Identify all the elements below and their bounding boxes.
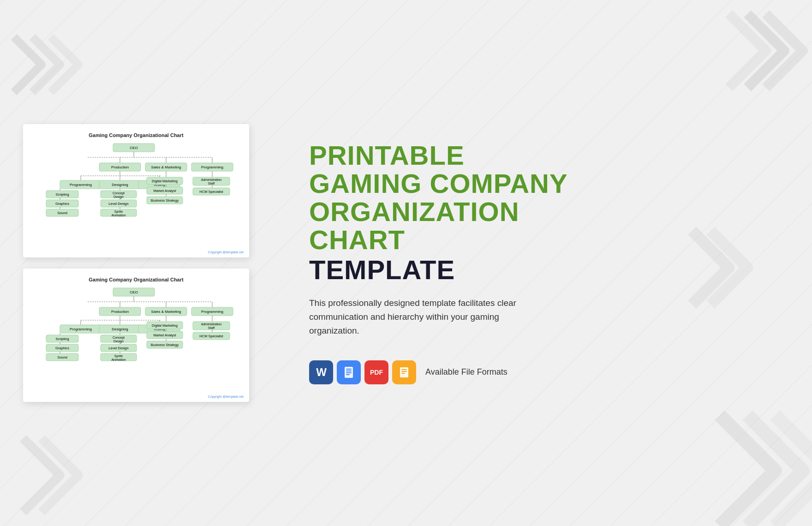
- svg-rect-172: [346, 374, 350, 375]
- svg-text:Market Analyst: Market Analyst: [153, 333, 176, 337]
- svg-text:Concept: Concept: [113, 191, 125, 195]
- doc2-copyright: Copyright @template.net: [208, 395, 244, 398]
- title-line3: ORGANIZATION: [309, 198, 775, 226]
- description: This professionally designed template fa…: [309, 296, 549, 338]
- org-chart-2: CEO Production Sales & Marketing Program…: [32, 287, 240, 395]
- title-line4: CHART: [309, 226, 775, 254]
- format-word-icon: W: [309, 360, 333, 384]
- svg-text:HCM Specialist: HCM Specialist: [199, 190, 223, 194]
- svg-text:Production: Production: [111, 165, 129, 169]
- svg-text:Sprite: Sprite: [114, 354, 123, 358]
- svg-text:Staff: Staff: [208, 182, 215, 185]
- title-line2: GAMING COMPANY: [309, 170, 775, 198]
- svg-text:Staff: Staff: [208, 326, 215, 329]
- svg-text:Market Analyst: Market Analyst: [153, 189, 176, 193]
- svg-rect-171: [346, 372, 352, 373]
- doc2-title: Gaming Company Organizational Chart: [32, 277, 240, 282]
- svg-rect-169: [346, 369, 352, 370]
- doc-card-1: Gaming Company Organizational Chart CEO …: [23, 124, 249, 257]
- svg-text:Business Strategy: Business Strategy: [151, 343, 179, 347]
- svg-text:Programming: Programming: [201, 165, 223, 169]
- org-chart-1: CEO Production Sales & Marketing Program…: [32, 143, 240, 251]
- svg-text:Scripting: Scripting: [55, 337, 69, 341]
- svg-rect-176: [401, 373, 405, 374]
- svg-text:Administration: Administration: [201, 323, 221, 326]
- right-panel: PRINTABLE GAMING COMPANY ORGANIZATION CH…: [272, 0, 812, 526]
- format-pdf-icon: PDF: [364, 360, 388, 384]
- left-panel: Gaming Company Organizational Chart CEO …: [0, 0, 272, 526]
- svg-text:Sales & Marketing: Sales & Marketing: [151, 310, 181, 314]
- svg-text:Graphics: Graphics: [55, 202, 69, 206]
- svg-text:Design: Design: [113, 195, 124, 199]
- title-line1: PRINTABLE: [309, 142, 775, 170]
- format-docs-icon: [337, 360, 361, 384]
- svg-rect-170: [346, 371, 352, 371]
- svg-text:Programming: Programming: [201, 310, 223, 314]
- main-title: PRINTABLE GAMING COMPANY ORGANIZATION CH…: [309, 142, 775, 296]
- svg-text:Design: Design: [113, 340, 124, 343]
- formats-label: Available File Formats: [425, 367, 508, 377]
- svg-text:Programming: Programming: [70, 183, 92, 187]
- svg-text:Level Design: Level Design: [108, 202, 128, 206]
- svg-text:Programming: Programming: [70, 327, 92, 331]
- svg-text:Production: Production: [111, 310, 129, 314]
- svg-text:Sales & Marketing: Sales & Marketing: [151, 165, 181, 169]
- svg-rect-173: [400, 367, 408, 377]
- svg-text:Business Strategy: Business Strategy: [151, 198, 179, 203]
- svg-text:Digital Marketing: Digital Marketing: [152, 323, 178, 328]
- svg-text:HCM Specialist: HCM Specialist: [199, 334, 223, 338]
- svg-text:Animation: Animation: [111, 214, 125, 217]
- format-icons: W PDF: [309, 360, 416, 384]
- svg-rect-175: [401, 371, 407, 372]
- svg-text:Concept: Concept: [113, 336, 125, 340]
- svg-text:Graphics: Graphics: [55, 346, 69, 350]
- svg-text:Sound: Sound: [57, 211, 67, 215]
- doc1-title: Gaming Company Organizational Chart: [32, 132, 240, 138]
- svg-text:Level Design: Level Design: [108, 346, 128, 350]
- svg-text:Scripting: Scripting: [55, 192, 69, 197]
- svg-text:Sprite: Sprite: [114, 210, 123, 214]
- doc-card-2: Gaming Company Organizational Chart CEO …: [23, 269, 249, 402]
- svg-text:Designing: Designing: [112, 183, 128, 187]
- doc1-copyright: Copyright @template.net: [208, 251, 244, 254]
- svg-text:Digital Marketing: Digital Marketing: [152, 179, 178, 183]
- svg-text:Sound: Sound: [57, 355, 67, 359]
- svg-text:Designing: Designing: [112, 327, 128, 331]
- svg-text:Administration: Administration: [201, 178, 221, 181]
- svg-text:CEO: CEO: [130, 146, 137, 150]
- formats-row: W PDF: [309, 360, 775, 384]
- svg-text:Animation: Animation: [111, 358, 125, 361]
- svg-rect-174: [401, 369, 407, 370]
- svg-text:CEO: CEO: [130, 290, 137, 294]
- format-pages-icon: [392, 360, 416, 384]
- title-line5: TEMPLATE: [309, 254, 775, 285]
